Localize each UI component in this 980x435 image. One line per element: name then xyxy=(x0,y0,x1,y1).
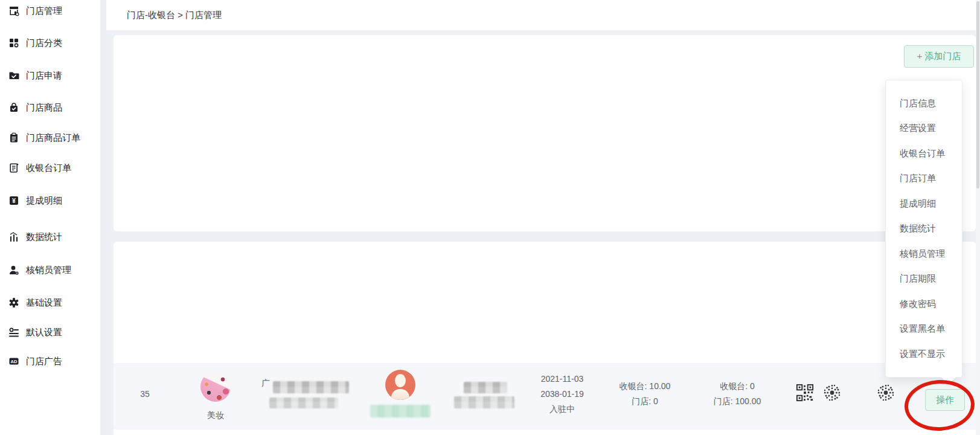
sidebar-item-label: 门店申请 xyxy=(26,70,62,82)
sidebar-item-label: 门店广告 xyxy=(26,356,62,367)
cell-time-status: 2021-11-03 2038-01-19 入驻中 xyxy=(526,372,598,417)
ad-icon: AD xyxy=(8,356,19,367)
menu-item-set-blacklist[interactable]: 设置黑名单 xyxy=(886,323,962,335)
sidebar-item-label: 门店分类 xyxy=(26,37,62,49)
user-gear-icon xyxy=(8,265,19,276)
sidebar-item-commission-detail[interactable]: ¥ 提成明细 xyxy=(0,192,100,210)
expire-date: 2038-01-19 xyxy=(526,387,598,402)
sidebar-item-label: 基础设置 xyxy=(26,297,62,309)
sidebar-item-verifier-management[interactable]: 核销员管理 xyxy=(0,261,100,279)
receipt-icon xyxy=(8,163,19,173)
cell-id: 35 xyxy=(127,387,163,402)
menu-item-set-hidden[interactable]: 设置不显示 xyxy=(886,349,962,360)
sidebar-item-label: 核销员管理 xyxy=(26,265,71,276)
cell-address-blur-line2 xyxy=(269,398,338,408)
manager-avatar xyxy=(385,370,415,400)
join-date: 2021-11-03 xyxy=(526,372,598,387)
grid-icon xyxy=(8,37,19,48)
bar-chart-icon xyxy=(8,231,19,242)
cell-address-blur-line1 xyxy=(273,381,349,393)
sidebar: 门店管理 门店分类 门店申请 门店商品 门店商品订单 收银台订单 ¥ 提成明细 … xyxy=(0,0,100,435)
sidebar-item-label: 数据统计 xyxy=(26,231,62,243)
sidebar-item-label: 门店商品 xyxy=(26,102,62,114)
scrollbar-thumb[interactable] xyxy=(976,1,979,188)
sidebar-gutter xyxy=(100,0,106,435)
cell-received: 收银台: 10.00 门店: 0 xyxy=(603,379,687,409)
menu-item-store-orders[interactable]: 门店订单 xyxy=(886,173,962,184)
sidebar-item-store-ads[interactable]: AD 门店广告 xyxy=(0,352,100,370)
menu-item-business-settings[interactable]: 经营设置 xyxy=(886,123,962,134)
folder-check-icon xyxy=(8,70,19,81)
sidebar-item-store-management[interactable]: 门店管理 xyxy=(0,2,100,20)
sidebar-item-label: 门店管理 xyxy=(26,5,62,17)
cell-unsettled: 收银台: 0 门店: 100.00 xyxy=(695,379,780,409)
breadcrumb: 门店-收银台 > 门店管理 xyxy=(127,10,222,21)
svg-text:AD: AD xyxy=(11,359,18,364)
menu-item-commission-detail[interactable]: 提成明细 xyxy=(886,198,962,210)
cell-category-blur xyxy=(464,382,507,393)
storefront-icon xyxy=(8,5,19,16)
menu-item-cashier-orders[interactable]: 收银台订单 xyxy=(886,148,962,160)
sidebar-item-basic-settings[interactable]: 基础设置 xyxy=(0,294,100,312)
sidebar-item-label: 收银台订单 xyxy=(26,163,71,174)
menu-item-data-statistics[interactable]: 数据统计 xyxy=(886,223,962,234)
bag-icon xyxy=(8,102,19,113)
cashier-qr-code-icon[interactable] xyxy=(796,384,814,402)
store-miniprogram-code-icon[interactable] xyxy=(875,382,897,404)
menu-item-store-term[interactable]: 门店期限 xyxy=(886,273,962,285)
svg-text:¥: ¥ xyxy=(12,197,16,204)
sidebar-item-default-settings[interactable]: 默认设置 xyxy=(0,323,100,341)
menu-item-store-info[interactable]: 门店信息 xyxy=(886,98,962,109)
gear-icon xyxy=(8,297,19,308)
sidebar-item-store-application[interactable]: 门店申请 xyxy=(0,66,100,85)
yen-icon: ¥ xyxy=(8,195,19,206)
store-avatar xyxy=(200,372,231,402)
cell-phone-blur xyxy=(454,396,514,408)
sidebar-item-store-goods[interactable]: 门店商品 xyxy=(0,98,100,117)
cashier-miniprogram-code-icon[interactable] xyxy=(821,382,843,404)
sidebar-item-cashier-orders[interactable]: 收银台订单 xyxy=(0,159,100,177)
cell-store-name: 美妆 xyxy=(185,408,246,423)
sidebar-item-label: 默认设置 xyxy=(26,327,62,338)
actions-dropdown-menu: 门店信息 经营设置 收银台订单 门店订单 提成明细 数据统计 核销员管理 门店期… xyxy=(885,80,962,378)
sidebar-item-label: 门店商品订单 xyxy=(26,132,80,144)
clipboard-icon xyxy=(8,132,19,143)
menu-item-change-password[interactable]: 修改密码 xyxy=(886,298,962,310)
filter-card xyxy=(114,35,976,231)
menu-item-verifier-mgmt[interactable]: 核销员管理 xyxy=(886,248,962,260)
topbar xyxy=(106,0,980,30)
scrollbar[interactable] xyxy=(976,0,980,435)
sidebar-item-store-goods-orders[interactable]: 门店商品订单 xyxy=(0,129,100,147)
sidebar-item-store-category[interactable]: 门店分类 xyxy=(0,34,100,52)
add-store-button[interactable]: + 添加门店 xyxy=(904,45,974,68)
manager-name-blur xyxy=(370,405,431,417)
sliders-icon xyxy=(8,327,19,338)
cell-address-prefix: 广 xyxy=(260,376,272,391)
status-text: 入驻中 xyxy=(526,402,598,417)
sidebar-item-data-statistics[interactable]: 数据统计 xyxy=(0,228,100,246)
sidebar-item-label: 提成明细 xyxy=(26,195,62,207)
